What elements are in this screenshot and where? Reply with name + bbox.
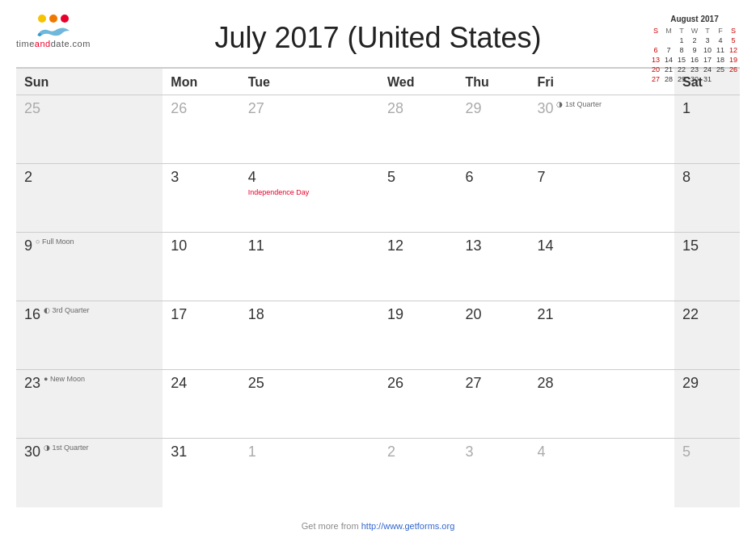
day-number: 11 [248, 238, 371, 255]
calendar-cell: 1 [674, 95, 740, 164]
calendar-cell: 25 [16, 95, 163, 164]
calendar-cell: 9○ Full Moon [16, 233, 163, 301]
calendar-cell: 2 [379, 439, 457, 507]
day-number: 27 [465, 375, 521, 393]
calendar-cell: 4Independence Day [240, 164, 379, 233]
calendar-cell: 20 [457, 301, 529, 370]
calendar-cell: 22 [674, 301, 740, 370]
calendar-cell: 12 [379, 233, 457, 301]
day-number: 14 [537, 238, 666, 255]
day-number: 5 [387, 169, 449, 187]
day-number: 30◑ 1st Quarter [24, 444, 154, 461]
day-number: 26 [387, 375, 449, 393]
col-header-mon: Mon [163, 68, 239, 95]
day-number: 4 [248, 169, 371, 187]
day-number: 25 [248, 375, 371, 393]
day-number: 25 [24, 100, 154, 118]
day-number: 3 [171, 169, 231, 187]
day-number: 15 [682, 238, 732, 255]
calendar-cell: 1 [240, 439, 379, 507]
main-calendar: SunMonTueWedThuFriSat 252627282930◑ 1st … [0, 67, 756, 507]
calendar-cell: 24 [163, 370, 239, 439]
footer-link[interactable]: http://www.getforms.org [361, 521, 455, 531]
day-number: 10 [171, 238, 231, 255]
moon-phase: ● New Moon [44, 375, 85, 384]
logo-bird-icon [33, 24, 74, 39]
day-number: 6 [465, 169, 521, 187]
day-number: 2 [387, 444, 449, 461]
day-number: 3 [465, 444, 521, 461]
day-number: 27 [248, 100, 371, 118]
calendar-cell: 26 [379, 370, 457, 439]
calendar-row-3: 16◐ 3rd Quarter171819202122 [16, 301, 740, 370]
calendar-cell: 15 [674, 233, 740, 301]
day-number: 9○ Full Moon [24, 238, 154, 255]
moon-phase: ◑ 1st Quarter [556, 100, 602, 109]
calendar-cell: 23● New Moon [16, 370, 163, 439]
calendar-cell: 19 [379, 301, 457, 370]
calendar-cell: 21 [529, 301, 674, 370]
day-number: 2 [24, 169, 154, 187]
day-number: 21 [537, 306, 666, 324]
moon-phase: ◐ 3rd Quarter [44, 306, 90, 315]
logo: timeanddate.com [16, 15, 91, 48]
mini-calendar: August 2017 SMTWTFS 12345678910111213141… [649, 15, 740, 84]
day-number: 7 [537, 169, 666, 187]
day-number: 4 [537, 444, 666, 461]
calendar-cell: 13 [457, 233, 529, 301]
logo-text: timeanddate.com [16, 39, 91, 48]
calendar-cell: 16◐ 3rd Quarter [16, 301, 163, 370]
logo-dot-red [61, 15, 69, 23]
calendar-cell: 28 [529, 370, 674, 439]
day-number: 1 [248, 444, 371, 461]
calendar-row-4: 23● New Moon242526272829 [16, 370, 740, 439]
calendar-cell: 30◑ 1st Quarter [16, 439, 163, 507]
calendar-cell: 29 [674, 370, 740, 439]
calendar-cell: 25 [240, 370, 379, 439]
logo-dots [38, 15, 69, 23]
calendar-cell: 27 [240, 95, 379, 164]
footer: Get more from http://www.getforms.org [0, 511, 756, 535]
calendar-row-2: 9○ Full Moon101112131415 [16, 233, 740, 301]
col-header-tue: Tue [240, 68, 379, 95]
day-number: 28 [537, 375, 666, 393]
day-number: 29 [465, 100, 521, 118]
calendar-cell: 10 [163, 233, 239, 301]
day-number: 13 [465, 238, 521, 255]
calendar-cell: 18 [240, 301, 379, 370]
calendar-cell: 7 [529, 164, 674, 233]
day-number: 8 [682, 169, 732, 187]
calendar-cell: 5 [674, 439, 740, 507]
day-number: 1 [682, 100, 732, 118]
page-header: timeanddate.com July 2017 (United States… [0, 0, 756, 63]
calendar-row-5: 30◑ 1st Quarter3112345 [16, 439, 740, 507]
calendar-cell: 4 [529, 439, 674, 507]
calendar-cell: 29 [457, 95, 529, 164]
mini-calendar-title: August 2017 [649, 15, 740, 23]
day-number: 5 [682, 444, 732, 461]
day-number: 26 [171, 100, 231, 118]
page-title: July 2017 (United States) [214, 21, 541, 55]
calendar-cell: 27 [457, 370, 529, 439]
calendar-cell: 5 [379, 164, 457, 233]
calendar-cell: 2 [16, 164, 163, 233]
svg-point-0 [38, 33, 41, 36]
day-number: 20 [465, 306, 521, 324]
day-number: 29 [682, 375, 732, 393]
day-number: 31 [171, 444, 231, 461]
day-number: 24 [171, 375, 231, 393]
logo-dot-yellow [38, 15, 46, 23]
calendar-cell: 31 [163, 439, 239, 507]
calendar-cell: 14 [529, 233, 674, 301]
day-number: 19 [387, 306, 449, 324]
col-header-sun: Sun [16, 68, 163, 95]
calendar-cell: 28 [379, 95, 457, 164]
day-number: 12 [387, 238, 449, 255]
col-header-thu: Thu [457, 68, 529, 95]
moon-phase: ○ Full Moon [36, 238, 74, 246]
calendar-row-1: 234Independence Day5678 [16, 164, 740, 233]
day-number: 17 [171, 306, 231, 324]
day-number: 30◑ 1st Quarter [537, 100, 666, 118]
day-number: 22 [682, 306, 732, 324]
calendar-row-0: 252627282930◑ 1st Quarter1 [16, 95, 740, 164]
